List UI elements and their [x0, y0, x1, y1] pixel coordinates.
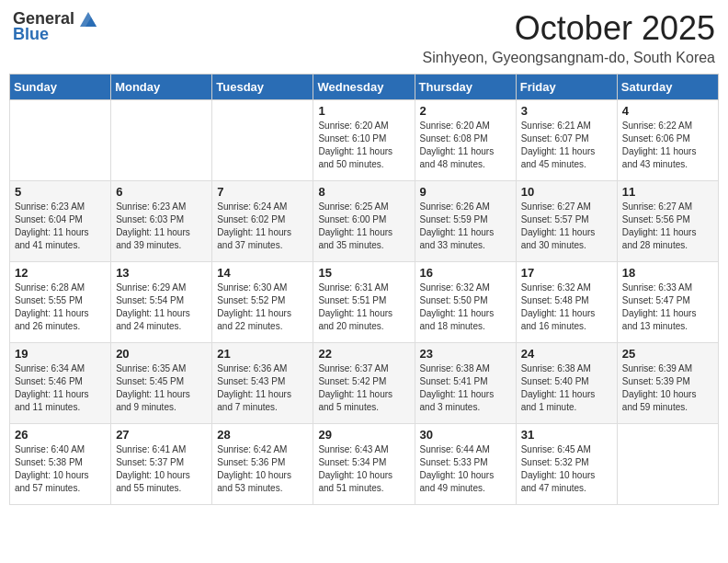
day-info: Sunrise: 6:33 AMSunset: 5:47 PMDaylight:… [622, 282, 713, 333]
calendar-cell: 6Sunrise: 6:23 AMSunset: 6:03 PMDaylight… [111, 181, 212, 262]
day-header-wednesday: Wednesday [313, 75, 415, 100]
calendar-cell: 29Sunrise: 6:43 AMSunset: 5:34 PMDayligh… [313, 424, 415, 505]
day-info: Sunrise: 6:42 AMSunset: 5:36 PMDaylight:… [217, 443, 308, 495]
day-number: 12 [15, 266, 106, 280]
day-number: 22 [318, 347, 409, 361]
calendar-week-1: 1Sunrise: 6:20 AMSunset: 6:10 PMDaylight… [10, 100, 719, 181]
day-header-friday: Friday [516, 75, 617, 100]
day-info: Sunrise: 6:37 AMSunset: 5:42 PMDaylight:… [318, 362, 409, 414]
location-title: Sinhyeon, Gyeongsangnam-do, South Korea [423, 50, 715, 66]
day-info: Sunrise: 6:44 AMSunset: 5:33 PMDaylight:… [420, 443, 511, 495]
calendar-cell: 20Sunrise: 6:35 AMSunset: 5:45 PMDayligh… [111, 343, 212, 424]
day-info: Sunrise: 6:22 AMSunset: 6:06 PMDaylight:… [622, 120, 713, 171]
day-number: 23 [420, 347, 511, 361]
day-header-sunday: Sunday [10, 75, 111, 100]
logo-icon [78, 10, 98, 29]
calendar-cell: 31Sunrise: 6:45 AMSunset: 5:32 PMDayligh… [516, 424, 617, 505]
day-number: 27 [116, 428, 207, 442]
day-number: 5 [15, 185, 106, 199]
day-info: Sunrise: 6:43 AMSunset: 5:34 PMDaylight:… [318, 443, 409, 495]
calendar-cell: 11Sunrise: 6:27 AMSunset: 5:56 PMDayligh… [617, 181, 718, 262]
calendar-cell: 25Sunrise: 6:39 AMSunset: 5:39 PMDayligh… [617, 343, 718, 424]
day-info: Sunrise: 6:23 AMSunset: 6:04 PMDaylight:… [15, 201, 106, 252]
day-header-monday: Monday [111, 75, 212, 100]
calendar-cell [111, 100, 212, 181]
day-info: Sunrise: 6:20 AMSunset: 6:10 PMDaylight:… [318, 120, 409, 171]
day-info: Sunrise: 6:27 AMSunset: 5:56 PMDaylight:… [622, 201, 713, 252]
calendar-cell: 2Sunrise: 6:20 AMSunset: 6:08 PMDaylight… [415, 100, 516, 181]
calendar-cell: 1Sunrise: 6:20 AMSunset: 6:10 PMDaylight… [313, 100, 415, 181]
day-number: 7 [217, 185, 308, 199]
day-header-saturday: Saturday [617, 75, 718, 100]
calendar-cell: 15Sunrise: 6:31 AMSunset: 5:51 PMDayligh… [313, 262, 415, 343]
calendar-week-5: 26Sunrise: 6:40 AMSunset: 5:38 PMDayligh… [10, 424, 719, 505]
day-number: 21 [217, 347, 308, 361]
day-info: Sunrise: 6:23 AMSunset: 6:03 PMDaylight:… [116, 201, 207, 252]
calendar-cell: 10Sunrise: 6:27 AMSunset: 5:57 PMDayligh… [516, 181, 617, 262]
day-info: Sunrise: 6:26 AMSunset: 5:59 PMDaylight:… [420, 201, 511, 252]
day-info: Sunrise: 6:38 AMSunset: 5:40 PMDaylight:… [521, 362, 612, 414]
day-info: Sunrise: 6:32 AMSunset: 5:50 PMDaylight:… [420, 282, 511, 333]
day-info: Sunrise: 6:20 AMSunset: 6:08 PMDaylight:… [420, 120, 511, 171]
calendar-cell: 22Sunrise: 6:37 AMSunset: 5:42 PMDayligh… [313, 343, 415, 424]
day-number: 15 [318, 266, 409, 280]
day-number: 31 [521, 428, 612, 442]
logo-blue-text: Blue [13, 25, 49, 44]
calendar-cell: 30Sunrise: 6:44 AMSunset: 5:33 PMDayligh… [415, 424, 516, 505]
day-info: Sunrise: 6:41 AMSunset: 5:37 PMDaylight:… [116, 443, 207, 495]
day-info: Sunrise: 6:32 AMSunset: 5:48 PMDaylight:… [521, 282, 612, 333]
calendar-cell: 12Sunrise: 6:28 AMSunset: 5:55 PMDayligh… [10, 262, 111, 343]
day-number: 2 [420, 104, 511, 118]
day-info: Sunrise: 6:21 AMSunset: 6:07 PMDaylight:… [521, 120, 612, 171]
calendar-cell: 17Sunrise: 6:32 AMSunset: 5:48 PMDayligh… [516, 262, 617, 343]
day-number: 6 [116, 185, 207, 199]
day-info: Sunrise: 6:27 AMSunset: 5:57 PMDaylight:… [521, 201, 612, 252]
calendar-cell: 16Sunrise: 6:32 AMSunset: 5:50 PMDayligh… [415, 262, 516, 343]
calendar-cell: 28Sunrise: 6:42 AMSunset: 5:36 PMDayligh… [212, 424, 313, 505]
day-number: 8 [318, 185, 409, 199]
day-number: 24 [521, 347, 612, 361]
calendar-cell: 18Sunrise: 6:33 AMSunset: 5:47 PMDayligh… [617, 262, 718, 343]
calendar-cell: 27Sunrise: 6:41 AMSunset: 5:37 PMDayligh… [111, 424, 212, 505]
day-number: 28 [217, 428, 308, 442]
day-number: 17 [521, 266, 612, 280]
day-number: 11 [622, 185, 713, 199]
calendar-cell: 3Sunrise: 6:21 AMSunset: 6:07 PMDaylight… [516, 100, 617, 181]
day-number: 18 [622, 266, 713, 280]
day-info: Sunrise: 6:39 AMSunset: 5:39 PMDaylight:… [622, 362, 713, 414]
calendar-cell: 21Sunrise: 6:36 AMSunset: 5:43 PMDayligh… [212, 343, 313, 424]
day-info: Sunrise: 6:45 AMSunset: 5:32 PMDaylight:… [521, 443, 612, 495]
day-number: 4 [622, 104, 713, 118]
calendar-cell: 24Sunrise: 6:38 AMSunset: 5:40 PMDayligh… [516, 343, 617, 424]
calendar-cell: 23Sunrise: 6:38 AMSunset: 5:41 PMDayligh… [415, 343, 516, 424]
day-info: Sunrise: 6:24 AMSunset: 6:02 PMDaylight:… [217, 201, 308, 252]
day-number: 9 [420, 185, 511, 199]
day-info: Sunrise: 6:25 AMSunset: 6:00 PMDaylight:… [318, 201, 409, 252]
day-number: 13 [116, 266, 207, 280]
day-number: 20 [116, 347, 207, 361]
calendar-cell: 7Sunrise: 6:24 AMSunset: 6:02 PMDaylight… [212, 181, 313, 262]
calendar-cell: 5Sunrise: 6:23 AMSunset: 6:04 PMDaylight… [10, 181, 111, 262]
day-number: 3 [521, 104, 612, 118]
day-header-thursday: Thursday [415, 75, 516, 100]
day-info: Sunrise: 6:34 AMSunset: 5:46 PMDaylight:… [15, 362, 106, 414]
day-number: 10 [521, 185, 612, 199]
calendar-cell: 4Sunrise: 6:22 AMSunset: 6:06 PMDaylight… [617, 100, 718, 181]
month-title: October 2025 [423, 9, 715, 48]
title-section: October 2025 Sinhyeon, Gyeongsangnam-do,… [423, 9, 715, 66]
calendar-week-4: 19Sunrise: 6:34 AMSunset: 5:46 PMDayligh… [10, 343, 719, 424]
calendar-table: SundayMondayTuesdayWednesdayThursdayFrid… [9, 74, 719, 505]
day-number: 1 [318, 104, 409, 118]
day-info: Sunrise: 6:28 AMSunset: 5:55 PMDaylight:… [15, 282, 106, 333]
day-info: Sunrise: 6:35 AMSunset: 5:45 PMDaylight:… [116, 362, 207, 414]
day-number: 30 [420, 428, 511, 442]
day-header-tuesday: Tuesday [212, 75, 313, 100]
day-number: 25 [622, 347, 713, 361]
logo: General Blue [13, 9, 98, 44]
day-number: 16 [420, 266, 511, 280]
calendar-cell [617, 424, 718, 505]
day-number: 14 [217, 266, 308, 280]
calendar-cell [212, 100, 313, 181]
calendar-cell: 14Sunrise: 6:30 AMSunset: 5:52 PMDayligh… [212, 262, 313, 343]
calendar-week-3: 12Sunrise: 6:28 AMSunset: 5:55 PMDayligh… [10, 262, 719, 343]
